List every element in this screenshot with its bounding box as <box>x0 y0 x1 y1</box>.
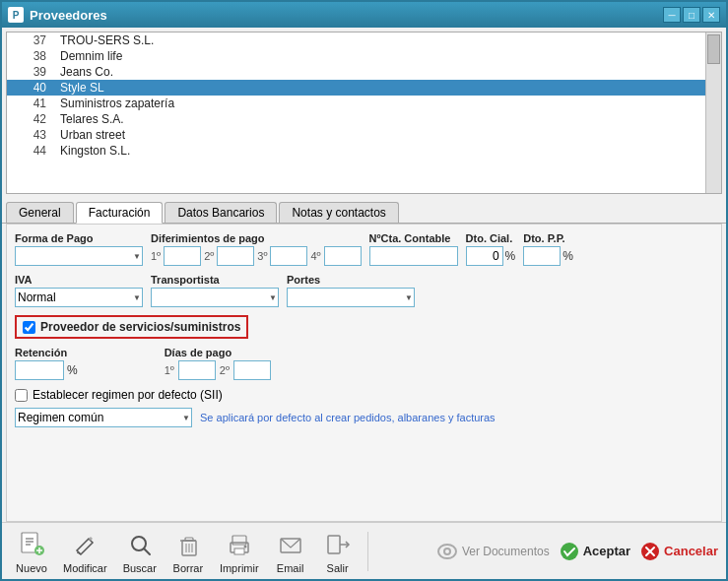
nuevo-icon <box>16 529 47 560</box>
titlebar: P Proveedores ─ □ ✕ <box>2 2 726 28</box>
sii-checkbox-row: Establecer regimen por defecto (SII) <box>15 388 713 402</box>
dif-label-3: 3º <box>257 250 267 262</box>
dias-label-2: 2º <box>220 364 230 376</box>
list-item[interactable]: 39Jeans Co. <box>7 64 721 80</box>
dias-pago-group: Días de pago 1º 2º <box>165 347 271 380</box>
dif-input-2[interactable] <box>217 246 254 266</box>
dto-cial-label: Dto. Cial. <box>466 232 516 244</box>
ncta-label: NºCta. Contable <box>369 232 458 244</box>
regimen-select-wrapper: Regimen común Regimen simplificado ▼ <box>15 408 192 427</box>
tab-facturacion[interactable]: Facturación <box>76 202 164 224</box>
dif-input-3[interactable] <box>270 246 307 266</box>
dif-label-1: 1º <box>151 250 161 262</box>
portes-select-wrapper: ▼ <box>287 288 415 307</box>
list-item-name: TROU-SERS S.L. <box>56 32 721 48</box>
sii-select-row: Regimen común Regimen simplificado ▼ Se … <box>15 408 713 427</box>
ncta-group: NºCta. Contable <box>369 232 458 266</box>
retencion-group: Retención % <box>15 347 78 380</box>
ncta-input[interactable] <box>369 246 458 266</box>
borrar-label: Borrar <box>173 562 204 574</box>
cancelar-button[interactable]: Cancelar <box>640 542 718 561</box>
regimen-select[interactable]: Regimen común Regimen simplificado <box>15 408 192 427</box>
list-item[interactable]: 41Suministros zapatería <box>7 96 721 111</box>
iva-label: IVA <box>15 274 143 286</box>
proveedor-servicios-row[interactable]: Proveedor de servicios/suministros <box>15 315 248 339</box>
form-area: Forma de Pago ▼ Diferimientos de pago 1º… <box>6 224 722 522</box>
list-item-name: Telares S.A. <box>56 111 721 127</box>
list-item[interactable]: 44Kingston S.L. <box>7 143 721 159</box>
buscar-button[interactable]: Buscar <box>117 527 163 576</box>
toolbar-right: Ver Documentos Aceptar Cancelar <box>436 542 718 561</box>
svg-point-19 <box>243 545 246 548</box>
list-item-name: Urban street <box>56 127 721 143</box>
aceptar-button[interactable]: Aceptar <box>560 542 630 561</box>
providers-list[interactable]: 37TROU-SERS S.L.38Demnim life39Jeans Co.… <box>6 32 722 194</box>
dias-inputs: 1º 2º <box>165 360 271 380</box>
list-item-num: 39 <box>7 64 56 80</box>
dif-input-1[interactable] <box>164 246 201 266</box>
email-label: Email <box>277 562 304 574</box>
restore-button[interactable]: □ <box>683 7 700 23</box>
buscar-icon <box>124 529 156 560</box>
list-item-name: Demnim life <box>56 48 721 64</box>
list-item[interactable]: 43Urban street <box>7 127 721 143</box>
email-button[interactable]: Email <box>269 527 312 576</box>
list-item-num: 40 <box>7 80 56 96</box>
dias-label-1: 1º <box>165 364 174 376</box>
list-item-num: 38 <box>7 48 56 64</box>
borrar-button[interactable]: Borrar <box>166 527 210 576</box>
sii-checkbox[interactable] <box>15 389 28 402</box>
salir-icon <box>322 529 354 560</box>
iva-select[interactable]: Normal Reducido Exento <box>15 288 143 307</box>
ver-documentos-button[interactable]: Ver Documentos <box>436 543 550 560</box>
tab-general[interactable]: General <box>6 202 74 223</box>
portes-select[interactable] <box>287 288 415 307</box>
dto-pp-input[interactable] <box>523 246 561 266</box>
modificar-button[interactable]: Modificar <box>57 527 113 576</box>
list-item-name: Suministros zapatería <box>56 96 721 111</box>
retencion-input[interactable] <box>15 360 64 380</box>
scrollbar[interactable] <box>705 32 721 193</box>
dto-cial-input[interactable] <box>466 246 503 266</box>
svg-point-25 <box>561 543 578 560</box>
transportista-select-wrapper: ▼ <box>151 288 279 307</box>
forma-pago-select-wrapper: ▼ <box>15 246 143 266</box>
tab-datos-bancarios[interactable]: Datos Bancarios <box>165 202 277 223</box>
portes-label: Portes <box>287 274 415 286</box>
diferimientos-label: Diferimientos de pago <box>151 232 362 244</box>
dto-pp-perc: % <box>563 249 573 263</box>
retencion-input-row: % <box>15 360 78 380</box>
proveedor-servicios-checkbox[interactable] <box>23 321 35 334</box>
regimen-note: Se aplicará por defecto al crear pedidos… <box>200 412 496 423</box>
list-item[interactable]: 42Telares S.A. <box>7 111 721 127</box>
transportista-select[interactable] <box>151 288 279 307</box>
retencion-perc: % <box>67 363 78 377</box>
scrollbar-thumb[interactable] <box>707 34 720 64</box>
imprimir-button[interactable]: Imprimir <box>214 527 265 576</box>
list-item[interactable]: 37TROU-SERS S.L. <box>7 32 721 48</box>
dias-input-1[interactable] <box>178 360 216 380</box>
imprimir-icon <box>224 529 255 560</box>
svg-point-23 <box>438 545 456 558</box>
svg-point-24 <box>444 549 450 554</box>
tab-notas-contactos[interactable]: Notas y contactos <box>279 202 398 223</box>
nuevo-button[interactable]: Nuevo <box>10 527 53 576</box>
salir-button[interactable]: Salir <box>316 527 360 576</box>
forma-pago-select[interactable] <box>15 246 143 266</box>
list-item[interactable]: 40Style SL <box>7 80 721 96</box>
dif-label-2: 2º <box>204 250 214 262</box>
dif-input-4[interactable] <box>324 246 362 266</box>
aceptar-label: Aceptar <box>583 544 630 558</box>
svg-rect-21 <box>328 536 340 553</box>
dias-input-2[interactable] <box>233 360 271 380</box>
close-button[interactable]: ✕ <box>702 7 720 23</box>
titlebar-buttons: ─ □ ✕ <box>663 7 720 23</box>
salir-label: Salir <box>327 562 349 574</box>
list-item-name: Jeans Co. <box>56 64 721 80</box>
email-icon <box>275 529 306 560</box>
minimize-button[interactable]: ─ <box>663 7 681 23</box>
dias-pago-label: Días de pago <box>165 347 271 358</box>
list-item[interactable]: 38Demnim life <box>7 48 721 64</box>
proveedor-servicios-label: Proveedor de servicios/suministros <box>40 320 240 334</box>
forma-pago-group: Forma de Pago ▼ <box>15 232 143 266</box>
